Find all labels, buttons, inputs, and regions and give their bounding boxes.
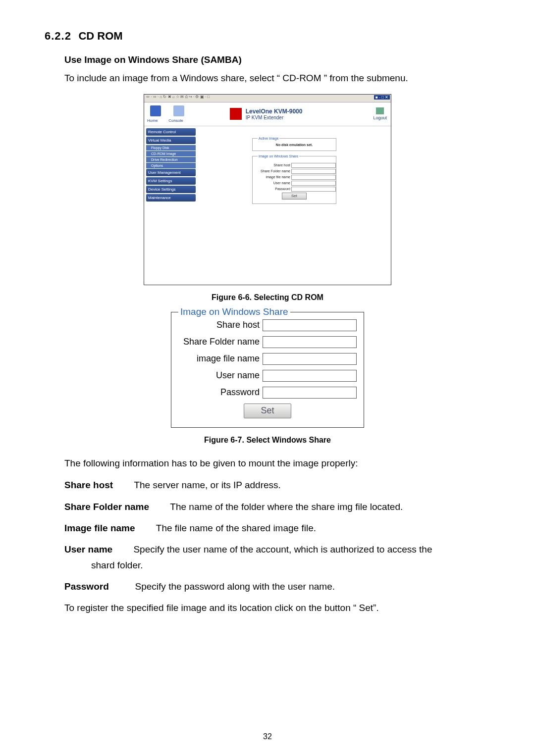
- logout-link[interactable]: Logout: [373, 107, 387, 120]
- sidebar-item-remote-control[interactable]: Remote Control: [146, 128, 196, 136]
- set-button[interactable]: Set: [244, 403, 291, 418]
- logout-icon: [376, 107, 384, 114]
- sidebar-item-maintenance[interactable]: Maintenance: [146, 194, 196, 202]
- def-password-desc: Specify the password along with the user…: [135, 581, 335, 592]
- active-image-legend: Active Image: [258, 137, 279, 140]
- logout-label: Logout: [373, 115, 387, 120]
- share-host-label-s: Share host: [256, 163, 291, 167]
- def-user-name-desc-1: Specify the user name of the account, wh…: [133, 544, 432, 554]
- console-label: Console: [168, 118, 183, 123]
- image-file-input-s[interactable]: [291, 175, 336, 180]
- user-name-input[interactable]: [263, 370, 357, 382]
- section-number: 6.2.2: [45, 30, 71, 42]
- def-password-term: Password: [64, 581, 109, 592]
- password-input[interactable]: [263, 387, 357, 399]
- active-image-status: No disk emulation set.: [256, 143, 333, 147]
- window-controls: ■ - □ ✕: [374, 95, 390, 100]
- def-share-folder-term: Share Folder name: [64, 502, 149, 512]
- password-label: Password: [178, 387, 263, 398]
- user-name-input-s[interactable]: [291, 181, 336, 186]
- page-number: 32: [0, 732, 535, 741]
- set-button-s[interactable]: Set: [282, 193, 307, 200]
- share-host-input[interactable]: [263, 319, 357, 331]
- windows-share-fieldset-small: Image on Windows Share Share host Share …: [252, 156, 336, 204]
- def-share-host-term: Share host: [64, 480, 113, 490]
- sidebar-sub-floppy-disk[interactable]: Floppy Disk: [146, 145, 196, 151]
- sidebar-sub-options[interactable]: Options: [146, 163, 196, 168]
- def-user-name-desc-2: shard folder.: [91, 560, 143, 570]
- def-user-name-term: User name: [64, 544, 112, 554]
- sidebar-sub-drive-redirection[interactable]: Drive Redirection: [146, 157, 196, 162]
- product-subtitle: IP KVM Extender: [246, 115, 303, 120]
- intro-paragraph: To include an image from a Windows share…: [64, 71, 490, 85]
- image-file-label-s: image file name: [256, 175, 291, 179]
- def-share-host-desc: The server name, or its IP address.: [134, 480, 280, 490]
- user-name-label-s: User name: [256, 181, 291, 185]
- sidebar-item-user-management[interactable]: User Management: [146, 169, 196, 176]
- sidebar-item-virtual-media[interactable]: Virtual Media: [146, 137, 196, 144]
- share-host-label: Share host: [178, 320, 263, 330]
- windows-share-legend-small: Image on Windows Share: [258, 154, 299, 158]
- sidebar-item-device-settings[interactable]: Device Settings: [146, 186, 196, 193]
- def-image-file-desc: The file name of the shared image file.: [156, 523, 316, 533]
- active-image-fieldset: Active Image No disk emulation set.: [252, 138, 336, 151]
- password-input-s[interactable]: [291, 187, 336, 192]
- windows-share-fieldset-large: Image on Windows Share Share host Share …: [171, 312, 364, 428]
- section-heading: 6.2.2 CD ROM: [45, 30, 490, 43]
- main-content: Active Image No disk emulation set. Imag…: [198, 126, 391, 285]
- sidebar-nav: Remote Control Virtual Media Floppy Disk…: [144, 126, 198, 285]
- password-label-s: Password: [256, 187, 291, 191]
- def-share-folder-desc: The name of the folder where the share i…: [170, 502, 403, 512]
- sidebar-sub-cdrom-image[interactable]: CD-ROM Image: [146, 151, 196, 156]
- figure-caption-1: Figure 6-6. Selecting CD ROM: [45, 293, 490, 302]
- browser-toolbar: ⇦ · ⇨ · ⌂ ↻ ✖ ⌕ ☆ ✉ ⎙ ↪ · ⚙ ▣ · □ ■ - □ …: [144, 95, 391, 102]
- app-header: Home Console LevelOne KVM-9000 IP KVM Ex…: [144, 102, 391, 126]
- subsection-heading: Use Image on Windows Share (SAMBA): [64, 54, 490, 65]
- share-folder-input[interactable]: [263, 336, 357, 348]
- home-icon[interactable]: [150, 105, 161, 116]
- figure-caption-2: Figure 6-7. Select Windows Share: [45, 436, 490, 445]
- toolbar-icons: ⇦ · ⇨ · ⌂ ↻ ✖ ⌕ ☆ ✉ ⎙ ↪ · ⚙ ▣ · □: [146, 95, 210, 99]
- share-folder-input-s[interactable]: [291, 169, 336, 174]
- definition-list: Share host The server name, or its IP ad…: [64, 478, 490, 594]
- share-folder-label-s: Share Folder name: [256, 169, 291, 173]
- home-label: Home: [147, 118, 158, 123]
- after-figure-paragraph: The following information has to be give…: [64, 456, 490, 470]
- share-folder-label: Share Folder name: [178, 337, 263, 347]
- sidebar-item-kvm-settings[interactable]: KVM Settings: [146, 177, 196, 185]
- image-file-label: image file name: [178, 353, 263, 364]
- console-icon[interactable]: [173, 105, 184, 116]
- image-file-input[interactable]: [263, 353, 357, 365]
- windows-share-legend-large: Image on Windows Share: [178, 306, 290, 317]
- figure-screenshot-cdrom: ⇦ · ⇨ · ⌂ ↻ ✖ ⌕ ☆ ✉ ⎙ ↪ · ⚙ ▣ · □ ■ - □ …: [144, 94, 391, 285]
- user-name-label: User name: [178, 370, 263, 381]
- section-title: CD ROM: [78, 30, 122, 42]
- brand-logo-icon: [230, 108, 242, 120]
- def-image-file-term: Image file name: [64, 523, 135, 533]
- product-title: LevelOne KVM-9000: [246, 108, 303, 115]
- share-host-input-s[interactable]: [291, 163, 336, 168]
- final-paragraph: To register the specified file image and…: [64, 601, 490, 615]
